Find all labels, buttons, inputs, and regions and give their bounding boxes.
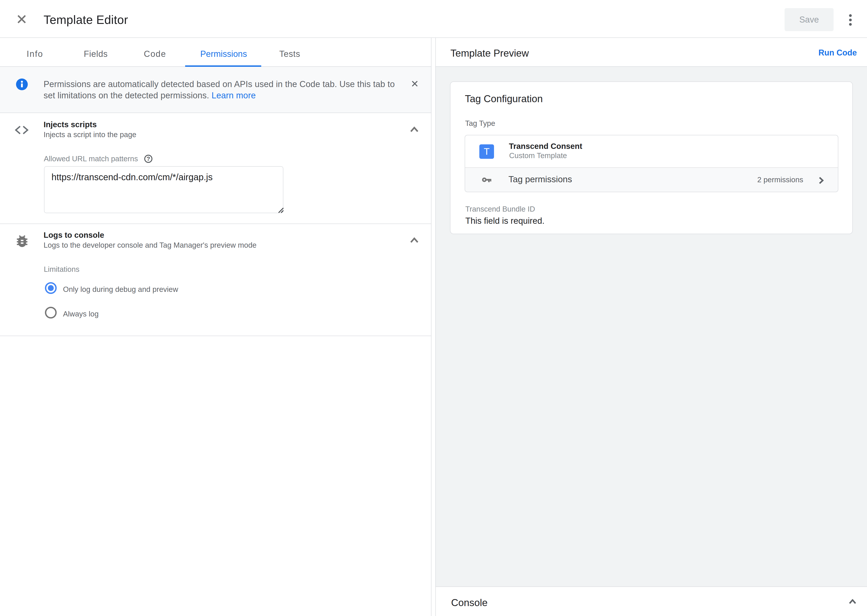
svg-text:?: ? <box>147 156 150 162</box>
